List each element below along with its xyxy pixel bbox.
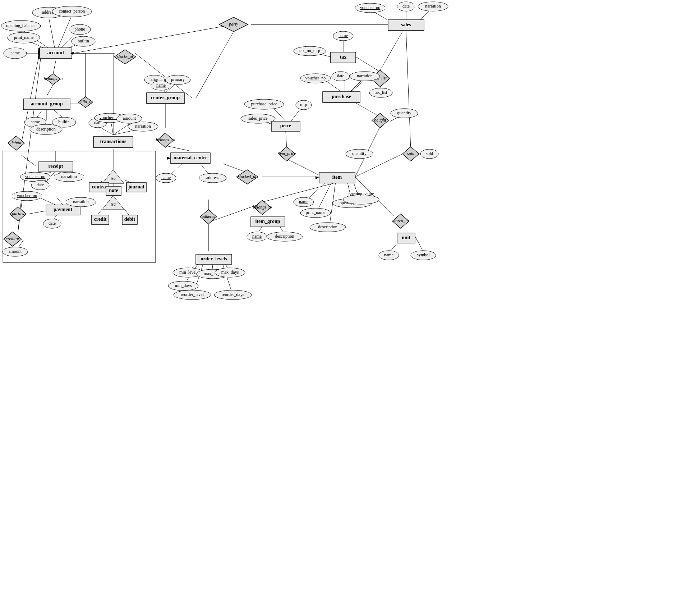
attr-mrp-label: mrp <box>300 102 307 107</box>
attr-ig-name-label: name <box>252 234 262 239</box>
attr-account-name-label: name <box>10 50 20 55</box>
relation-belongs-to-item-label: belongs_to <box>253 205 272 210</box>
attr-contact-person-label: contact_person <box>59 9 85 14</box>
attr-trans-narration-label: narration <box>135 124 151 129</box>
entity-price-label: price <box>280 123 291 128</box>
entity-item-group-label: item_group <box>255 219 280 224</box>
entity-tax-label: tax <box>340 54 347 60</box>
attr-cg-primary-label: primary <box>171 77 185 82</box>
attr-payment-date-label: date <box>49 221 56 226</box>
attr-purchase-narration-label: narration <box>357 73 372 78</box>
attr-cg-name-label: name <box>156 83 166 88</box>
entity-order-levels-label: order_levels <box>201 256 227 261</box>
attr-unit-symbol-label: symbol <box>417 252 430 257</box>
attr-opening-balance-label: opening_balance <box>6 23 35 28</box>
attr-creditor-amount-label: amount <box>9 249 22 254</box>
attr-receipt-date-label: date <box>37 182 44 187</box>
attr-tax-name-label: name <box>339 33 348 38</box>
attr-tax-on-mrp-label: tax_on_mrp <box>299 48 320 53</box>
relation-child-of-label: child_of <box>78 99 93 104</box>
entity-payment-label: payment <box>54 207 72 212</box>
attr-sales-narration-label: narration <box>425 4 441 9</box>
attr-item-printname-label: print_name <box>306 210 326 215</box>
relation-parties-label: parties <box>11 211 24 216</box>
attr-payment-voucherno-label: voucher_no <box>17 193 37 198</box>
attr-phone-label: phone <box>74 27 85 32</box>
relation-party-label: party <box>229 22 238 27</box>
attr-sales-price-label: sales_price <box>248 116 267 121</box>
attr-sold-sold-label: sold <box>426 151 433 156</box>
attr-receipt-narration-label: narration <box>61 174 77 179</box>
attr-sales-voucherno-label: voucher_no <box>360 5 381 10</box>
relation-adheres-label: adheres <box>202 214 215 219</box>
attr-item-name-label: name <box>299 199 308 204</box>
attr-item-openval-label: opening_value <box>349 191 374 196</box>
relation-belongs-to-acct-label: belongs_to <box>44 76 63 81</box>
attr-builtin-acct-label: builtin <box>78 38 89 44</box>
entity-debit-label: debit <box>124 216 135 222</box>
attr-accgroup-builtin-label: builtin <box>58 119 69 124</box>
er-diagram: account account_group sales purchase tax… <box>0 0 700 594</box>
relation-stored-in-label: stored_in <box>393 218 409 223</box>
isa-1-label: isa <box>111 176 116 181</box>
entity-unit-label: unit <box>402 235 410 240</box>
attr-payment-narration-label: narration <box>73 199 88 204</box>
entity-item-label: item <box>332 174 342 180</box>
attr-sales-date-label: date <box>402 4 410 9</box>
attr-purchase-voucherno-label: voucher_no <box>305 76 326 81</box>
attr-ol-reorderdays-label: reorder_days <box>222 292 244 297</box>
attr-receipt-voucherno-label: voucher_no <box>25 174 46 179</box>
attr-ig-desc-label: description <box>275 234 294 239</box>
relation-debtor-label: debtor <box>10 140 22 145</box>
attr-accgroup-desc-label: description <box>36 127 55 132</box>
attr-purchase-date-label: date <box>337 73 344 78</box>
entity-credit-label: credit <box>94 216 107 222</box>
relation-stocks-at-label: stocks_at <box>117 54 133 59</box>
attr-ol-mindays-label: min_days <box>175 283 192 288</box>
entity-sales-label: sales <box>401 22 411 27</box>
relation-belongs-to-cg-label: belongs_to <box>156 137 175 142</box>
relation-bought-label: bought <box>374 118 386 123</box>
entity-note-label: note <box>109 188 118 193</box>
attr-print-name-label: print_name <box>14 35 34 40</box>
relation-sold-label: sold <box>407 151 415 156</box>
attr-bought-quantity-label: quantity <box>397 110 411 115</box>
entity-journal-label: journal <box>128 184 144 189</box>
attr-item-openval <box>343 195 379 204</box>
isa-2-label: isa <box>111 202 116 207</box>
attr-unit-name-label: name <box>384 252 393 257</box>
relation-stocked-at-label: stocked_at <box>238 174 257 179</box>
entity-purchase-label: purchase <box>332 94 351 99</box>
entity-material-centre-label: material_centre <box>174 155 208 160</box>
relation-creditor-label: creditor <box>6 236 20 241</box>
attr-mc-address-label: address <box>206 175 219 180</box>
attr-sold-quantity-label: quantity <box>352 151 366 156</box>
attr-purchase-price-label: purchase_price <box>251 101 277 106</box>
entity-receipt-label: receipt <box>49 164 63 169</box>
attr-accgroup-name-label: name <box>31 119 40 124</box>
attr-ol-minlevel-label: min_level <box>179 270 197 275</box>
entity-transactions-label: transactions <box>100 139 126 144</box>
entity-account-label: account <box>47 50 64 55</box>
attr-ol-maxdays-label: max_days <box>221 270 239 275</box>
background <box>0 0 700 594</box>
entity-account-group-label: account_group <box>31 101 63 106</box>
relation-item-price-label: item_price <box>277 151 296 156</box>
attr-ol-reorderlevel-label: reorder_level <box>181 292 204 297</box>
attr-mc-name-label: name <box>161 175 171 180</box>
attr-tax-list-label: tax_list <box>374 90 387 95</box>
attr-trans-amount-label: amount <box>123 116 136 121</box>
attr-item-desc-label: description <box>318 224 337 229</box>
entity-center-group-label: center_group <box>151 95 180 100</box>
entity-contra-label: contra <box>92 184 106 189</box>
